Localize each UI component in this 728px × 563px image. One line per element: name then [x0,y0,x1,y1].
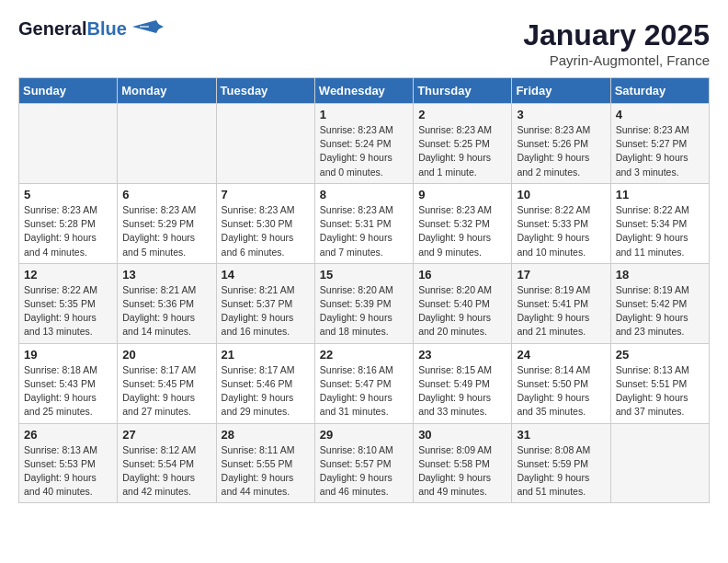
calendar-cell: 3Sunrise: 8:23 AM Sunset: 5:26 PM Daylig… [512,104,610,184]
day-number: 7 [222,188,310,201]
week-row-5: 26Sunrise: 8:13 AM Sunset: 5:53 PM Dayli… [19,423,710,503]
day-info: Sunrise: 8:21 AM Sunset: 5:37 PM Dayligh… [222,283,310,339]
calendar-cell: 10Sunrise: 8:22 AM Sunset: 5:33 PM Dayli… [512,183,610,263]
week-row-3: 12Sunrise: 8:22 AM Sunset: 5:35 PM Dayli… [19,263,710,343]
day-info: Sunrise: 8:12 AM Sunset: 5:54 PM Dayligh… [122,443,210,500]
calendar-cell: 16Sunrise: 8:20 AM Sunset: 5:40 PM Dayli… [414,263,512,343]
day-info: Sunrise: 8:23 AM Sunset: 5:29 PM Dayligh… [122,203,210,259]
calendar-cell: 22Sunrise: 8:16 AM Sunset: 5:47 PM Dayli… [314,343,413,423]
calendar-subtitle: Payrin-Augmontel, France [523,52,710,68]
day-info: Sunrise: 8:21 AM Sunset: 5:36 PM Dayligh… [122,283,210,339]
calendar-cell: 19Sunrise: 8:18 AM Sunset: 5:43 PM Dayli… [19,343,118,423]
day-number: 21 [222,348,310,362]
day-info: Sunrise: 8:23 AM Sunset: 5:25 PM Dayligh… [418,123,506,179]
day-info: Sunrise: 8:23 AM Sunset: 5:30 PM Dayligh… [222,203,310,259]
day-info: Sunrise: 8:20 AM Sunset: 5:40 PM Dayligh… [418,283,506,339]
day-number: 3 [517,108,605,121]
day-info: Sunrise: 8:23 AM Sunset: 5:28 PM Dayligh… [24,203,112,259]
col-header-wednesday: Wednesday [314,78,413,104]
day-number: 31 [517,428,605,442]
calendar-cell [118,104,216,184]
day-info: Sunrise: 8:19 AM Sunset: 5:41 PM Dayligh… [517,283,605,339]
calendar-cell: 4Sunrise: 8:23 AM Sunset: 5:27 PM Daylig… [610,104,709,184]
calendar-cell: 23Sunrise: 8:15 AM Sunset: 5:49 PM Dayli… [414,343,512,423]
day-number: 4 [616,108,704,121]
week-row-2: 5Sunrise: 8:23 AM Sunset: 5:28 PM Daylig… [19,183,710,263]
day-info: Sunrise: 8:20 AM Sunset: 5:39 PM Dayligh… [320,283,408,339]
calendar-cell: 8Sunrise: 8:23 AM Sunset: 5:31 PM Daylig… [314,183,413,263]
calendar-cell [216,104,314,184]
calendar-cell: 31Sunrise: 8:08 AM Sunset: 5:59 PM Dayli… [512,423,610,503]
calendar-cell: 21Sunrise: 8:17 AM Sunset: 5:46 PM Dayli… [216,343,314,423]
calendar-cell: 18Sunrise: 8:19 AM Sunset: 5:42 PM Dayli… [610,263,709,343]
day-number: 17 [517,268,605,282]
calendar-cell: 13Sunrise: 8:21 AM Sunset: 5:36 PM Dayli… [118,263,216,343]
calendar-cell: 26Sunrise: 8:13 AM Sunset: 5:53 PM Dayli… [19,423,118,503]
day-info: Sunrise: 8:08 AM Sunset: 5:59 PM Dayligh… [517,443,605,500]
calendar-cell: 12Sunrise: 8:22 AM Sunset: 5:35 PM Dayli… [19,263,118,343]
day-number: 5 [24,188,112,201]
calendar-cell [610,423,709,503]
calendar-cell: 27Sunrise: 8:12 AM Sunset: 5:54 PM Dayli… [118,423,216,503]
day-number: 26 [24,428,112,442]
week-row-1: 1Sunrise: 8:23 AM Sunset: 5:24 PM Daylig… [19,104,710,184]
calendar-cell: 7Sunrise: 8:23 AM Sunset: 5:30 PM Daylig… [216,183,314,263]
day-info: Sunrise: 8:23 AM Sunset: 5:27 PM Dayligh… [616,123,704,179]
logo-blue: Blue [86,18,126,39]
calendar-cell: 6Sunrise: 8:23 AM Sunset: 5:29 PM Daylig… [118,183,216,263]
day-number: 13 [122,268,210,282]
day-number: 29 [320,428,408,442]
day-number: 20 [122,348,210,362]
svg-marker-1 [156,23,164,30]
day-info: Sunrise: 8:17 AM Sunset: 5:46 PM Dayligh… [222,363,310,419]
calendar-table: SundayMondayTuesdayWednesdayThursdayFrid… [18,77,710,503]
day-number: 15 [320,268,408,282]
calendar-cell: 11Sunrise: 8:22 AM Sunset: 5:34 PM Dayli… [610,183,709,263]
logo-plane-icon [131,18,164,35]
day-info: Sunrise: 8:09 AM Sunset: 5:58 PM Dayligh… [418,443,506,500]
day-info: Sunrise: 8:22 AM Sunset: 5:35 PM Dayligh… [24,283,112,339]
calendar-cell: 29Sunrise: 8:10 AM Sunset: 5:57 PM Dayli… [314,423,413,503]
logo-general: General [18,18,86,39]
day-number: 27 [122,428,210,442]
day-info: Sunrise: 8:13 AM Sunset: 5:51 PM Dayligh… [616,363,704,419]
day-number: 1 [320,108,408,121]
day-info: Sunrise: 8:23 AM Sunset: 5:31 PM Dayligh… [320,203,408,259]
day-info: Sunrise: 8:13 AM Sunset: 5:53 PM Dayligh… [24,443,112,500]
col-header-monday: Monday [118,78,216,104]
day-number: 6 [122,188,210,201]
svg-rect-2 [140,26,149,28]
day-number: 14 [222,268,310,282]
day-info: Sunrise: 8:22 AM Sunset: 5:33 PM Dayligh… [517,203,605,259]
day-number: 25 [616,348,704,362]
calendar-cell: 25Sunrise: 8:13 AM Sunset: 5:51 PM Dayli… [610,343,709,423]
day-info: Sunrise: 8:11 AM Sunset: 5:55 PM Dayligh… [222,443,310,500]
calendar-cell: 24Sunrise: 8:14 AM Sunset: 5:50 PM Dayli… [512,343,610,423]
day-number: 18 [616,268,704,282]
col-header-tuesday: Tuesday [216,78,314,104]
day-info: Sunrise: 8:23 AM Sunset: 5:26 PM Dayligh… [517,123,605,179]
col-header-sunday: Sunday [19,78,118,104]
calendar-cell: 2Sunrise: 8:23 AM Sunset: 5:25 PM Daylig… [414,104,512,184]
day-info: Sunrise: 8:16 AM Sunset: 5:47 PM Dayligh… [320,363,408,419]
calendar-cell: 9Sunrise: 8:23 AM Sunset: 5:32 PM Daylig… [414,183,512,263]
calendar-cell: 28Sunrise: 8:11 AM Sunset: 5:55 PM Dayli… [216,423,314,503]
day-number: 2 [418,108,506,121]
logo: GeneralBlue [18,18,164,39]
header-row: SundayMondayTuesdayWednesdayThursdayFrid… [19,78,710,104]
day-number: 9 [418,188,506,201]
calendar-title: January 2025 [523,18,710,52]
calendar-cell [19,104,118,184]
day-number: 12 [24,268,112,282]
calendar-cell: 1Sunrise: 8:23 AM Sunset: 5:24 PM Daylig… [314,104,413,184]
calendar-cell: 15Sunrise: 8:20 AM Sunset: 5:39 PM Dayli… [314,263,413,343]
col-header-thursday: Thursday [414,78,512,104]
day-info: Sunrise: 8:22 AM Sunset: 5:34 PM Dayligh… [616,203,704,259]
day-number: 16 [418,268,506,282]
day-number: 30 [418,428,506,442]
day-number: 28 [222,428,310,442]
day-info: Sunrise: 8:14 AM Sunset: 5:50 PM Dayligh… [517,363,605,419]
day-info: Sunrise: 8:15 AM Sunset: 5:49 PM Dayligh… [418,363,506,419]
day-info: Sunrise: 8:10 AM Sunset: 5:57 PM Dayligh… [320,443,408,500]
col-header-friday: Friday [512,78,610,104]
